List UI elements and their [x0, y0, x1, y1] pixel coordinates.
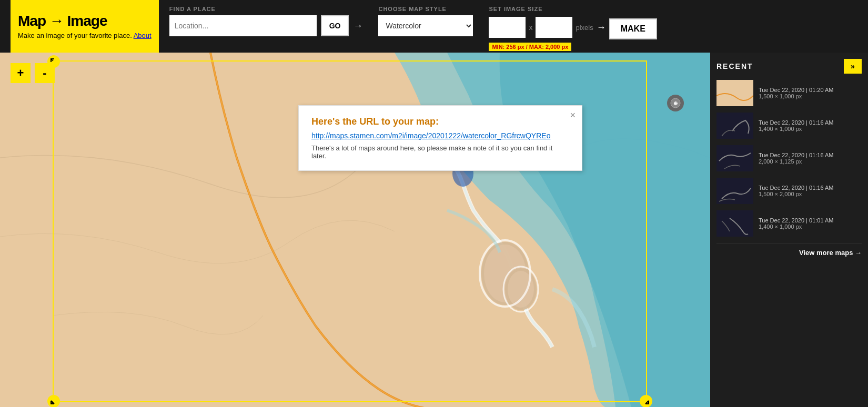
recent-date-2: Tue Dec 22, 2020 | 01:16 AM [759, 119, 862, 126]
recent-date-5: Tue Dec 22, 2020 | 01:01 AM [759, 217, 862, 223]
size-row: 1500 x 1000 pixels → MAKE [489, 15, 657, 39]
find-place-row: GO → [169, 15, 363, 36]
svg-rect-11 [716, 113, 753, 139]
recent-item[interactable]: Tue Dec 22, 2020 | 01:01 AM 1,400 × 1,00… [716, 210, 862, 237]
url-popup: × Here's the URL to your map: http://map… [298, 105, 582, 171]
arrow-right-icon-2: → [597, 22, 606, 33]
main-content: + - ⊕ × Here's the URL to your map [0, 53, 868, 407]
recent-item[interactable]: Tue Dec 22, 2020 | 01:16 AM 1,400 × 1,00… [716, 113, 862, 139]
logo-subtitle-text: Make an image of your favorite place. [18, 32, 132, 39]
width-input[interactable]: 1500 [489, 17, 526, 38]
choose-style-group: CHOOSE MAP STYLE Watercolor Toner Terrai… [378, 6, 473, 36]
recent-thumb-4 [716, 178, 753, 204]
recent-sidebar: RECENT » Tue Dec 22, 2020 | 01:20 AM 1,5… [710, 53, 868, 407]
url-popup-note: There's a lot of maps around here, so pl… [311, 144, 569, 160]
find-place-label: FIND A PLACE [169, 6, 363, 12]
size-x-separator: x [529, 23, 532, 32]
drag-handle-bottom-right[interactable] [640, 395, 652, 407]
height-input[interactable]: 1000 [536, 17, 572, 38]
recent-date-4: Tue Dec 22, 2020 | 01:16 AM [759, 185, 862, 191]
svg-rect-10 [716, 80, 753, 106]
recent-item[interactable]: Tue Dec 22, 2020 | 01:16 AM 2,000 × 1,12… [716, 145, 862, 171]
make-button[interactable]: MAKE [609, 18, 657, 39]
drag-handle-bottom-left[interactable] [47, 395, 60, 407]
recent-info-5: Tue Dec 22, 2020 | 01:01 AM 1,400 × 1,00… [759, 217, 862, 230]
choose-style-label: CHOOSE MAP STYLE [378, 6, 473, 12]
header-controls: FIND A PLACE GO → CHOOSE MAP STYLE Water… [169, 2, 857, 51]
recent-info-3: Tue Dec 22, 2020 | 01:16 AM 2,000 × 1,12… [759, 152, 862, 165]
zoom-out-button[interactable]: - [35, 63, 55, 83]
logo-subtitle: Make an image of your favorite place. Ab… [18, 32, 152, 40]
recent-item[interactable]: Tue Dec 22, 2020 | 01:16 AM 1,500 × 2,00… [716, 178, 862, 204]
recent-thumb-1 [716, 80, 753, 106]
logo-box: Map → Image Make an image of your favori… [11, 0, 159, 53]
pixels-label: pixels [576, 24, 593, 32]
map-area[interactable]: + - ⊕ × Here's the URL to your map [0, 53, 710, 407]
set-size-label: SET IMAGE SIZE [489, 6, 657, 12]
location-input[interactable] [169, 15, 317, 36]
arrow-right-icon: → [353, 21, 362, 32]
logo-title: Map → Image [18, 13, 152, 29]
recent-size-3: 2,000 × 1,125 px [759, 158, 862, 165]
recent-date-3: Tue Dec 22, 2020 | 01:16 AM [759, 152, 862, 158]
zoom-in-button[interactable]: + [11, 63, 31, 83]
recent-size-1: 1,500 × 1,000 px [759, 93, 862, 99]
url-popup-close-button[interactable]: × [570, 110, 576, 121]
recent-date-1: Tue Dec 22, 2020 | 01:20 AM [759, 87, 862, 93]
set-size-group: SET IMAGE SIZE 1500 x 1000 pixels → MAKE… [489, 6, 657, 51]
choose-style-row: Watercolor Toner Terrain [378, 15, 473, 36]
recent-info-4: Tue Dec 22, 2020 | 01:16 AM 1,500 × 2,00… [759, 185, 862, 197]
recent-info-1: Tue Dec 22, 2020 | 01:20 AM 1,500 × 1,00… [759, 87, 862, 99]
sidebar-header: RECENT » [716, 59, 862, 74]
recent-size-2: 1,400 × 1,000 px [759, 126, 862, 132]
view-more-link[interactable]: View more maps → [799, 249, 862, 257]
collapse-button[interactable]: » [844, 59, 862, 74]
about-link[interactable]: About [134, 32, 152, 39]
svg-rect-14 [716, 210, 753, 237]
url-popup-title: Here's the URL to your map: [311, 116, 569, 127]
zoom-controls: + - [11, 63, 55, 83]
recent-thumb-5 [716, 210, 753, 237]
recent-size-4: 1,500 × 2,000 px [759, 191, 862, 197]
view-more-section: View more maps → [716, 243, 862, 257]
recent-item[interactable]: Tue Dec 22, 2020 | 01:20 AM 1,500 × 1,00… [716, 80, 862, 106]
svg-text:⊕: ⊕ [673, 100, 678, 106]
url-popup-link[interactable]: http://maps.stamen.com/m2i/image/2020122… [311, 131, 569, 140]
recent-info-2: Tue Dec 22, 2020 | 01:16 AM 1,400 × 1,00… [759, 119, 862, 132]
recent-thumb-3 [716, 145, 753, 171]
go-button[interactable]: GO [321, 15, 349, 36]
find-place-group: FIND A PLACE GO → [169, 6, 363, 36]
recent-thumb-2 [716, 113, 753, 139]
recent-label: RECENT [716, 62, 753, 70]
header: Map → Image Make an image of your favori… [0, 0, 868, 53]
size-hint: MIN: 256 px / MAX: 2,000 px [489, 43, 571, 51]
recent-size-5: 1,400 × 1,000 px [759, 223, 862, 230]
nav-compass-icon: ⊕ [667, 95, 684, 111]
style-select[interactable]: Watercolor Toner Terrain [378, 15, 473, 36]
